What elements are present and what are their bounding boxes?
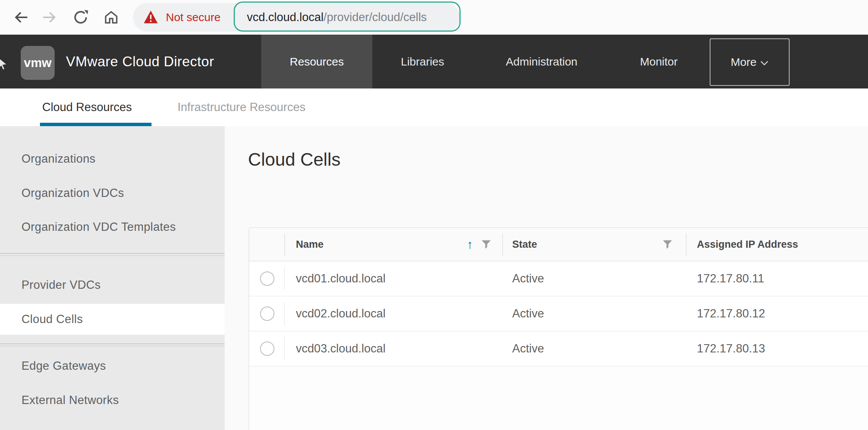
cell-state: Active	[502, 261, 686, 296]
row-radio-button[interactable]	[260, 342, 274, 356]
sidebar-item-cloud-cells[interactable]: Cloud Cells	[0, 304, 225, 335]
table-row[interactable]: vcd03.cloud.local Active 172.17.80.13	[249, 331, 868, 366]
cell-state: Active	[502, 331, 686, 366]
cell-state: Active	[502, 296, 686, 331]
column-label: Name	[296, 239, 324, 250]
sort-ascending-icon[interactable]: ↑	[467, 238, 473, 252]
not-secure-warning-icon	[143, 10, 158, 24]
nav-item-libraries[interactable]: Libraries	[394, 35, 451, 88]
tab-infrastructure-resources[interactable]: Infrastructure Resources	[178, 88, 305, 126]
table-row[interactable]: vcd01.cloud.local Active 172.17.80.11	[249, 261, 868, 296]
cell-assigned-ip: 172.17.80.12	[686, 296, 868, 331]
sidebar-item-organization-vdcs[interactable]: Organization VDCs	[0, 182, 225, 204]
column-label: State	[512, 239, 537, 250]
selection-column-header	[249, 228, 285, 261]
row-radio-button[interactable]	[260, 306, 274, 321]
sidebar-item-organizations[interactable]: Organizations	[0, 148, 225, 170]
cell-assigned-ip: 172.17.80.13	[686, 331, 868, 366]
nav-item-more[interactable]: More	[710, 38, 790, 86]
active-tab-underline	[40, 123, 152, 126]
nav-item-monitor[interactable]: Monitor	[634, 35, 684, 88]
sidebar: Organizations Organization VDCs Organiza…	[0, 126, 225, 430]
nav-item-administration[interactable]: Administration	[494, 35, 589, 88]
url-text[interactable]: vcd.cloud.local/provider/cloud/cells	[247, 0, 427, 35]
sidebar-item-external-networks[interactable]: External Networks	[0, 389, 225, 412]
cell-name: vcd01.cloud.local	[285, 261, 502, 296]
cell-assigned-ip: 172.17.80.11	[686, 261, 868, 296]
browser-toolbar: Not secure vcd.cloud.local/provider/clou…	[0, 0, 868, 35]
sidebar-item-organization-vdc-templates[interactable]: Organization VDC Templates	[0, 216, 225, 238]
reload-icon[interactable]	[72, 9, 89, 26]
url-path: /provider/cloud/cells	[323, 11, 427, 24]
mouse-cursor-icon	[0, 59, 8, 72]
sidebar-item-provider-vdcs[interactable]: Provider VDCs	[0, 274, 225, 296]
not-secure-label[interactable]: Not secure	[166, 0, 220, 35]
app-header: vmw VMware Cloud Director Resources Libr…	[0, 35, 868, 88]
column-header-state[interactable]: State	[502, 228, 686, 261]
column-header-assigned-ip[interactable]: Assigned IP Address	[686, 228, 868, 261]
product-title: VMware Cloud Director	[66, 35, 214, 88]
nav-item-resources[interactable]: Resources	[261, 35, 372, 88]
home-icon[interactable]	[103, 9, 119, 26]
url-host: vcd.cloud.local	[247, 11, 323, 24]
row-radio-button[interactable]	[260, 271, 274, 286]
page-title: Cloud Cells	[248, 149, 340, 170]
back-icon[interactable]	[13, 9, 29, 26]
cell-name: vcd02.cloud.local	[285, 296, 502, 331]
filter-icon[interactable]	[663, 240, 672, 249]
sidebar-item-edge-gateways[interactable]: Edge Gateways	[0, 355, 225, 377]
tab-cloud-resources[interactable]: Cloud Resources	[42, 88, 132, 126]
cell-name: vcd03.cloud.local	[285, 331, 502, 366]
column-header-name[interactable]: Name ↑	[285, 228, 502, 261]
chevron-down-icon	[760, 61, 768, 66]
sidebar-divider	[0, 343, 225, 346]
sidebar-divider	[0, 253, 225, 256]
table-header-row: Name ↑ State Assigned IP Address	[249, 228, 868, 261]
column-label: Assigned IP Address	[697, 239, 798, 250]
forward-icon[interactable]	[41, 9, 58, 26]
cloud-cells-table: Name ↑ State Assigned IP Address vcd01.c…	[249, 227, 868, 430]
tab-bar: Cloud Resources Infrastructure Resources	[0, 88, 868, 126]
vmware-logo: vmw	[21, 46, 55, 80]
more-label: More	[731, 56, 756, 69]
filter-icon[interactable]	[481, 240, 491, 249]
table-row[interactable]: vcd02.cloud.local Active 172.17.80.12	[249, 296, 868, 331]
main-content: Cloud Cells Name ↑ State Assigned IP Add…	[225, 126, 868, 430]
